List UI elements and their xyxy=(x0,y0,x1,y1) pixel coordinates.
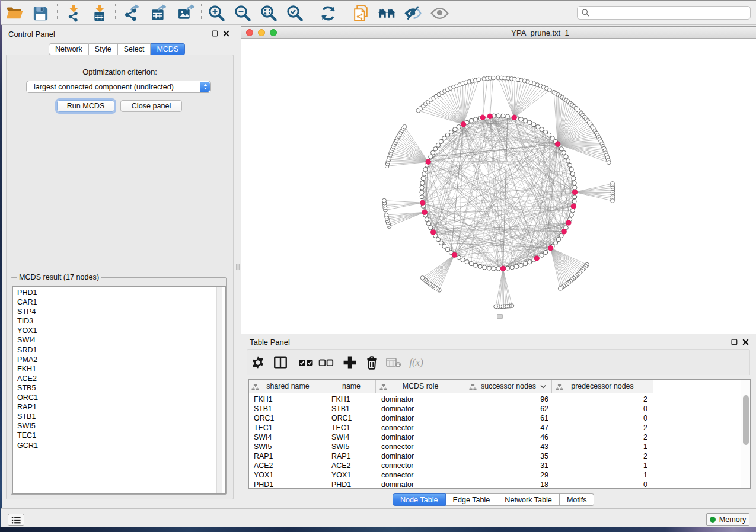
close-panel-icon[interactable] xyxy=(223,30,229,37)
mcds-list-scrollbar[interactable] xyxy=(216,287,222,494)
gear-icon[interactable] xyxy=(249,354,267,371)
table-row[interactable]: PHD1PHD1dominator180 xyxy=(249,480,750,489)
mcds-result-item[interactable]: TID3 xyxy=(17,316,225,326)
search-box[interactable] xyxy=(577,6,751,20)
optimization-criterion-label: Optimization criterion: xyxy=(7,68,233,76)
export-table-icon[interactable] xyxy=(149,3,169,23)
table-cell: 2 xyxy=(552,423,647,432)
search-input[interactable] xyxy=(592,9,750,17)
table-tab-edge-table[interactable]: Edge Table xyxy=(446,493,498,506)
clone-network-icon[interactable] xyxy=(350,3,371,23)
mcds-result-item[interactable]: SWI4 xyxy=(17,335,225,345)
mcds-result-item[interactable]: TEC1 xyxy=(17,431,225,440)
table-row[interactable]: RAP1RAP1dominator352 xyxy=(249,451,750,461)
table-row[interactable]: SWI5SWI5connector431 xyxy=(249,442,750,451)
control-tab-mcds[interactable]: MCDS xyxy=(151,43,185,55)
import-network-icon[interactable] xyxy=(63,3,84,23)
table-row[interactable]: SWI4SWI4dominator462 xyxy=(249,432,750,442)
mcds-result-item[interactable]: ORC1 xyxy=(17,393,225,402)
table-row[interactable]: ORC1ORC1dominator610 xyxy=(249,414,750,423)
column-header-predecessor-nodes[interactable]: predecessor nodes xyxy=(552,380,653,393)
task-history-button[interactable] xyxy=(8,514,24,526)
run-mcds-button[interactable]: Run MCDS xyxy=(57,100,114,112)
desktop-wallpaper-bottom xyxy=(0,527,756,532)
table-tab-network-table[interactable]: Network Table xyxy=(497,493,560,506)
deselect-all-icon[interactable] xyxy=(317,354,335,371)
mcds-result-item[interactable]: STP4 xyxy=(17,307,225,316)
select-all-icon[interactable] xyxy=(297,354,315,371)
mcds-result-item[interactable]: PHD1 xyxy=(17,288,225,297)
show-panel-icon[interactable] xyxy=(429,3,449,23)
table-cell: TEC1 xyxy=(331,423,350,432)
horizontal-splitter-handle[interactable] xyxy=(497,314,503,319)
vertical-splitter-handle[interactable] xyxy=(236,264,240,270)
mcds-result-list[interactable]: PHD1CAR1STP4TID3YOX1SWI4SRD1PMA2FKH1ACE2… xyxy=(12,286,226,494)
table-cell: dominator xyxy=(381,432,414,442)
mcds-result-item[interactable]: STB5 xyxy=(17,383,225,393)
table-cell: SWI4 xyxy=(331,432,349,442)
column-header-successor-nodes[interactable]: successor nodes xyxy=(465,380,552,393)
mcds-result-item[interactable]: RAP1 xyxy=(17,402,225,412)
memory-label: Memory xyxy=(719,515,746,524)
close-table-panel-icon[interactable] xyxy=(742,339,749,345)
table-cell: ACE2 xyxy=(254,461,273,470)
export-image-icon[interactable] xyxy=(176,3,196,23)
zoom-selected-icon[interactable] xyxy=(285,3,305,23)
mcds-result-item[interactable]: FKH1 xyxy=(17,364,225,374)
delete-row-icon[interactable] xyxy=(363,354,381,371)
close-panel-button[interactable]: Close panel xyxy=(120,100,182,112)
refresh-icon[interactable] xyxy=(318,3,338,23)
table-row[interactable]: STB1STB1dominator620 xyxy=(249,404,750,414)
import-table-icon[interactable] xyxy=(90,3,110,23)
control-tab-select[interactable]: Select xyxy=(118,43,151,55)
save-session-icon[interactable] xyxy=(30,3,50,23)
optimization-criterion-select[interactable]: largest connected component (undirected) xyxy=(26,81,211,93)
zoom-in-icon[interactable] xyxy=(206,3,227,23)
table-cell: STB1 xyxy=(254,404,272,414)
table-row[interactable]: YOX1YOX1connector291 xyxy=(249,470,750,480)
column-header-MCDS-role[interactable]: MCDS role xyxy=(376,380,465,393)
home-icon[interactable] xyxy=(377,3,397,23)
memory-button[interactable]: Memory xyxy=(706,513,749,526)
export-network-icon[interactable] xyxy=(122,3,142,23)
mcds-result-item[interactable]: CAR1 xyxy=(17,297,225,307)
mcds-result-item[interactable]: PMA2 xyxy=(17,355,225,364)
zoom-out-icon[interactable] xyxy=(232,3,253,23)
columns-icon[interactable] xyxy=(272,354,289,371)
table-cell: FKH1 xyxy=(331,395,350,404)
table-row[interactable]: ACE2ACE2connector311 xyxy=(249,461,750,470)
table-panel-title: Table Panel xyxy=(250,338,290,347)
column-label: successor nodes xyxy=(465,382,551,390)
mcds-result-item[interactable]: SWI5 xyxy=(17,421,225,431)
hide-panel-icon[interactable] xyxy=(402,3,422,23)
table-tab-motifs[interactable]: Motifs xyxy=(560,493,595,506)
table-cell: TEC1 xyxy=(254,423,273,432)
mcds-result-item[interactable]: ACE2 xyxy=(17,374,225,383)
table-cell: dominator xyxy=(381,404,414,414)
network-canvas[interactable] xyxy=(241,39,756,334)
mcds-result-item[interactable]: YOX1 xyxy=(17,326,225,335)
table-row[interactable]: FKH1FKH1dominator962 xyxy=(249,395,750,404)
table-tab-node-table[interactable]: Node Table xyxy=(393,493,446,506)
control-tab-style[interactable]: Style xyxy=(89,43,118,55)
column-header-shared-name[interactable]: shared name xyxy=(249,380,327,393)
column-header-name[interactable]: name xyxy=(327,380,376,393)
table-scrollbar[interactable] xyxy=(741,380,750,489)
mcds-result-item[interactable]: GCR1 xyxy=(17,441,225,450)
control-tab-network[interactable]: Network xyxy=(49,43,89,55)
table-cell: SWI5 xyxy=(331,442,349,451)
table-row[interactable]: TEC1TEC1connector472 xyxy=(249,423,750,432)
table-cell: RAP1 xyxy=(331,451,350,461)
function-icon: f(x) xyxy=(407,354,425,371)
mcds-result-item[interactable]: SRD1 xyxy=(17,345,225,355)
open-file-icon[interactable] xyxy=(4,3,24,23)
table-cell: PHD1 xyxy=(331,480,351,489)
mcds-result-item[interactable]: STB1 xyxy=(17,412,225,421)
network-window-titlebar[interactable]: YPA_prune.txt_1 xyxy=(241,27,756,39)
float-panel-icon[interactable] xyxy=(212,30,218,37)
node-table[interactable]: shared namenameMCDS rolesuccessor nodesp… xyxy=(248,379,751,489)
add-row-icon[interactable] xyxy=(341,354,359,371)
float-table-panel-icon[interactable] xyxy=(731,339,738,345)
zoom-fit-icon[interactable] xyxy=(259,3,279,23)
table-scrollbar-thumb[interactable] xyxy=(743,395,749,445)
